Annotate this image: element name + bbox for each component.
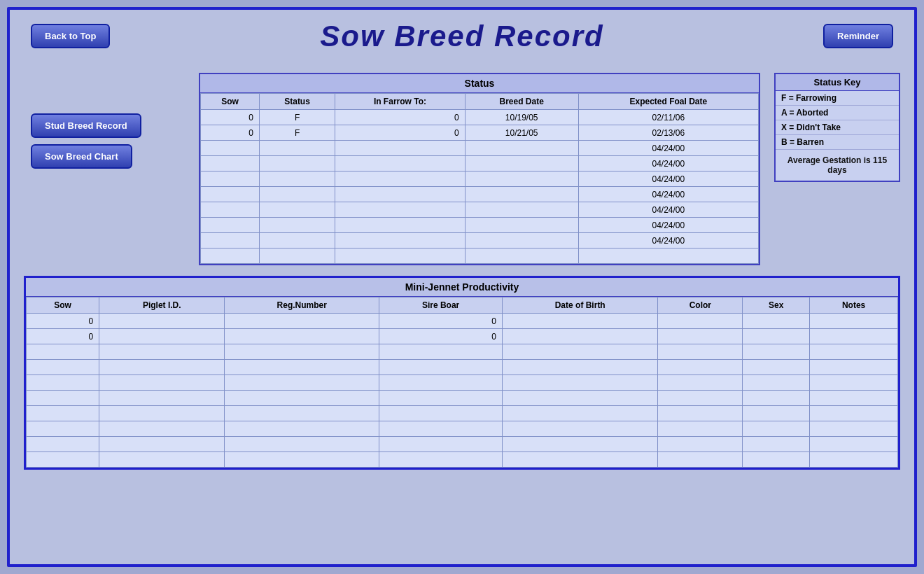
prod-col-sire-boar: Sire Boar — [379, 298, 503, 314]
sow-breed-chart-button[interactable]: Sow Breed Chart — [31, 144, 132, 169]
status-cell — [465, 172, 578, 187]
productivity-cell — [743, 406, 810, 421]
productivity-cell — [658, 391, 743, 406]
productivity-cell — [27, 437, 99, 452]
status-cell: 02/13/06 — [578, 125, 758, 141]
status-cell — [201, 187, 260, 202]
status-table-title: Status — [200, 74, 759, 93]
productivity-table-row: 00 — [27, 314, 898, 329]
col-expected-foal-date: Expected Foal Date — [578, 94, 758, 110]
productivity-cell — [27, 344, 99, 360]
status-cell — [201, 218, 260, 233]
productivity-cell — [225, 421, 379, 437]
status-key: Status Key F = FarrowingA = AbortedX = D… — [774, 73, 900, 182]
status-cell — [259, 156, 335, 172]
prod-col-sow: Sow — [27, 298, 99, 314]
status-table-row — [201, 248, 759, 264]
productivity-cell — [502, 391, 657, 406]
status-key-item: B = Barren — [776, 135, 899, 150]
status-cell — [335, 172, 465, 187]
productivity-cell — [658, 421, 743, 437]
productivity-cell — [225, 391, 379, 406]
status-cell: 04/24/00 — [578, 172, 758, 187]
col-status: Status — [259, 94, 335, 110]
productivity-cell — [379, 421, 503, 437]
status-cell: 04/24/00 — [578, 141, 758, 156]
productivity-cell — [810, 360, 898, 375]
productivity-cell — [810, 314, 898, 329]
status-key-item: F = Farrowing — [776, 91, 899, 106]
productivity-table-row — [27, 406, 898, 421]
productivity-table-row: 00 — [27, 329, 898, 344]
status-cell — [335, 233, 465, 248]
productivity-cell — [99, 452, 225, 468]
prod-col-date-of-birth: Date of Birth — [502, 298, 657, 314]
productivity-cell — [502, 375, 657, 391]
productivity-cell — [99, 329, 225, 344]
status-cell — [335, 202, 465, 218]
productivity-cell — [27, 360, 99, 375]
productivity-cell — [743, 421, 810, 437]
productivity-table-row — [27, 421, 898, 437]
productivity-cell: 0 — [27, 329, 99, 344]
productivity-cell — [743, 329, 810, 344]
prod-col-reg-number: Reg.Number — [225, 298, 379, 314]
productivity-table-row — [27, 375, 898, 391]
productivity-cell — [658, 375, 743, 391]
status-cell — [201, 202, 260, 218]
productivity-cell — [27, 421, 99, 437]
productivity-cell — [379, 406, 503, 421]
productivity-cell — [225, 437, 379, 452]
status-cell: 04/24/00 — [578, 156, 758, 172]
productivity-cell — [743, 375, 810, 391]
status-cell — [465, 141, 578, 156]
status-cell: 04/24/00 — [578, 233, 758, 248]
productivity-table: Sow Piglet I.D. Reg.Number Sire Boar Dat… — [26, 297, 898, 468]
prod-col-sex: Sex — [743, 298, 810, 314]
productivity-table-row — [27, 437, 898, 452]
status-cell: 0 — [335, 110, 465, 125]
back-to-top-button[interactable]: Back to Top — [31, 24, 110, 48]
productivity-cell — [99, 360, 225, 375]
productivity-cell — [99, 437, 225, 452]
reminder-button[interactable]: Reminder — [823, 24, 893, 48]
status-cell — [201, 248, 260, 264]
stud-breed-record-button[interactable]: Stud Breed Record — [31, 113, 141, 138]
status-cell: 0 — [201, 110, 260, 125]
status-cell: F — [259, 125, 335, 141]
prod-col-color: Color — [658, 298, 743, 314]
status-cell: 04/24/00 — [578, 202, 758, 218]
productivity-table-row — [27, 391, 898, 406]
status-cell — [201, 156, 260, 172]
status-cell — [335, 141, 465, 156]
productivity-cell — [379, 391, 503, 406]
gestation-note: Average Gestation is 115 days — [776, 150, 899, 181]
productivity-cell — [743, 437, 810, 452]
productivity-section: Mini-Jennet Productivity Sow Piglet I.D.… — [24, 276, 900, 470]
productivity-cell — [99, 344, 225, 360]
main-container: Sow Breed Record Back to Top Reminder St… — [7, 7, 917, 567]
status-cell — [465, 248, 578, 264]
status-table-row: 04/24/00 — [201, 218, 759, 233]
productivity-cell — [27, 375, 99, 391]
productivity-cell — [810, 391, 898, 406]
productivity-cell — [99, 314, 225, 329]
status-table-row: 04/24/00 — [201, 233, 759, 248]
productivity-cell — [225, 452, 379, 468]
status-cell: 10/21/05 — [465, 125, 578, 141]
status-cell — [578, 248, 758, 264]
status-cell: 02/11/06 — [578, 110, 758, 125]
status-cell — [335, 156, 465, 172]
productivity-cell — [502, 421, 657, 437]
prod-col-notes: Notes — [810, 298, 898, 314]
status-cell — [259, 202, 335, 218]
status-cell: 10/19/05 — [465, 110, 578, 125]
status-cell — [465, 218, 578, 233]
status-cell — [335, 187, 465, 202]
productivity-cell — [810, 437, 898, 452]
status-section: Status Sow Status In Farrow To: Breed Da… — [199, 73, 760, 265]
productivity-cell — [658, 329, 743, 344]
col-breed-date: Breed Date — [465, 94, 578, 110]
productivity-cell — [27, 406, 99, 421]
productivity-cell — [99, 406, 225, 421]
